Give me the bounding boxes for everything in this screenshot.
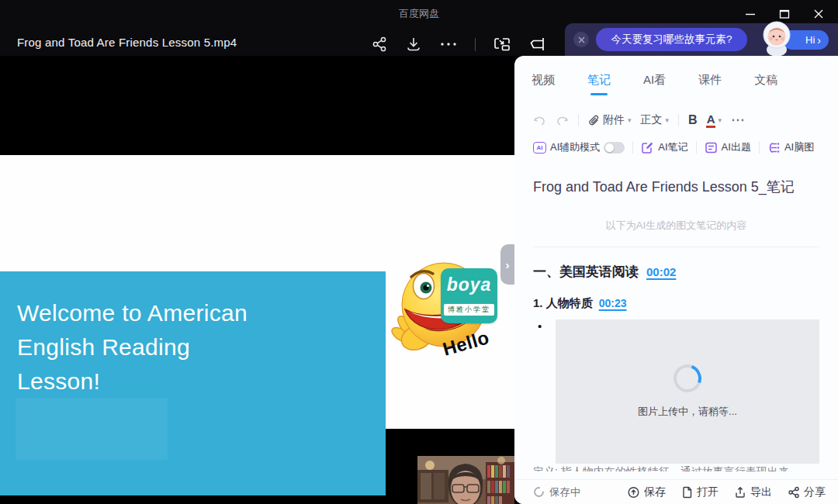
ai-note-icon bbox=[641, 141, 654, 154]
ai-quiz-icon bbox=[705, 141, 718, 154]
clipped-note-text: 定义: 指人物内在的性格特征，通过故事言行表现出来 bbox=[533, 464, 819, 471]
section-1-title: 一、美国英语阅读 bbox=[533, 263, 639, 281]
paperclip-icon bbox=[588, 115, 600, 126]
share-icon bbox=[788, 486, 800, 499]
toolbar-separator bbox=[678, 114, 679, 126]
toolbar-separator bbox=[578, 114, 579, 126]
tab-ai-watch[interactable]: AI看 bbox=[643, 73, 666, 95]
panel-footer: 保存中 保存 打开 bbox=[514, 479, 838, 504]
download-icon[interactable] bbox=[405, 36, 422, 53]
hi-label: Hi bbox=[805, 34, 815, 46]
caret-down-icon: ▾ bbox=[628, 116, 632, 124]
video-filename: Frog and Toad Are Friends Lesson 5.mp4 bbox=[17, 36, 237, 49]
bold-button[interactable]: B bbox=[688, 113, 698, 127]
timestamp-link[interactable]: 00:02 bbox=[646, 265, 676, 278]
more-tools-icon[interactable] bbox=[731, 115, 745, 126]
app-title: 百度网盘 bbox=[0, 7, 838, 21]
ai-quiz-button[interactable]: AI出题 bbox=[705, 140, 751, 154]
boya-logo-subtitle: 博雅小学堂 bbox=[448, 305, 490, 315]
assistant-close-icon[interactable] bbox=[573, 32, 589, 47]
ai-generated-hint: 以下为AI生成的图文笔记的内容 bbox=[514, 219, 838, 233]
paragraph-style-button[interactable]: 正文 ▾ bbox=[641, 113, 670, 127]
attachment-button[interactable]: 附件 ▾ bbox=[588, 113, 632, 127]
loading-spinner-icon bbox=[669, 360, 706, 397]
ai-badge-icon: AI bbox=[533, 142, 546, 154]
boya-logo: boya 博雅小学堂 bbox=[441, 268, 497, 323]
caret-down-icon: ▾ bbox=[666, 116, 670, 124]
section-heading-2: 1. 人物特质 00:23 bbox=[533, 296, 627, 311]
export-button[interactable]: 导出 bbox=[734, 485, 772, 499]
video-canvas[interactable]: Welcome to American English Reading Less… bbox=[0, 56, 514, 504]
redo-icon[interactable] bbox=[556, 114, 569, 126]
ai-note-button[interactable]: AI笔记 bbox=[641, 140, 687, 154]
ai-assist-toggle[interactable] bbox=[604, 142, 625, 154]
font-color-button[interactable]: A ▾ bbox=[707, 112, 722, 128]
slide-title-box: Welcome to American English Reading Less… bbox=[0, 271, 386, 495]
tab-video[interactable]: 视频 bbox=[532, 73, 555, 95]
toolbar-separator bbox=[696, 141, 697, 154]
ai-tools-row: AI AI辅助模式 AI笔记 AI出题 bbox=[533, 138, 814, 157]
assistant-suggestion-bubble[interactable]: 今天要复习哪些故事元素? bbox=[596, 28, 747, 51]
note-title[interactable]: Frog and Toad Are Friends Lesson 5_笔记 bbox=[533, 178, 795, 196]
chevron-right-icon: › bbox=[817, 35, 821, 46]
file-icon bbox=[681, 486, 693, 499]
slide-title: Welcome to American English Reading Less… bbox=[17, 296, 335, 399]
editor-toolbar: 附件 ▾ 正文 ▾ B A ▾ bbox=[533, 110, 745, 130]
notes-panel: 视频 笔记 AI看 课件 文稿 附件 ▾ bbox=[514, 56, 838, 504]
close-button[interactable] bbox=[807, 5, 830, 23]
mini-mode-icon[interactable] bbox=[528, 36, 547, 53]
export-icon bbox=[734, 486, 746, 499]
smiley-sticker: boya 博雅小学堂 Hello bbox=[390, 257, 498, 362]
picture-in-picture-icon[interactable] bbox=[493, 36, 511, 53]
share-button[interactable]: 分享 bbox=[788, 485, 826, 499]
more-options-icon[interactable] bbox=[439, 36, 458, 53]
toolbar-separator bbox=[632, 141, 633, 154]
save-button[interactable]: 保存 bbox=[627, 485, 666, 499]
ai-mindmap-icon bbox=[767, 141, 781, 154]
section-heading-1: 一、美国英语阅读 00:02 bbox=[533, 263, 676, 281]
timestamp-link[interactable]: 00:23 bbox=[599, 297, 627, 309]
assistant-avatar[interactable] bbox=[759, 19, 795, 57]
titlebar: 百度网盘 Frog and Toad Are Friends Lesson 5.… bbox=[0, 0, 838, 56]
caret-down-icon: ▾ bbox=[718, 116, 722, 124]
toolbar-separator bbox=[475, 38, 476, 51]
image-upload-placeholder: 图片上传中，请稍等... bbox=[556, 319, 819, 464]
slide-background: Welcome to American English Reading Less… bbox=[0, 155, 514, 429]
tab-courseware[interactable]: 课件 bbox=[698, 73, 722, 95]
boya-logo-strip: 博雅小学堂 bbox=[444, 304, 494, 316]
teacher-webcam bbox=[417, 456, 514, 504]
tab-notes[interactable]: 笔记 bbox=[587, 73, 611, 95]
content-divider bbox=[533, 247, 819, 247]
open-button[interactable]: 打开 bbox=[681, 485, 719, 499]
chevron-right-icon: › bbox=[506, 258, 510, 271]
toolbar-separator bbox=[759, 141, 760, 154]
list-bullet: • bbox=[538, 319, 542, 333]
assistant-area: 今天要复习哪些故事元素? Hi › bbox=[565, 23, 838, 56]
ai-assist-mode[interactable]: AI AI辅助模式 bbox=[533, 140, 625, 154]
panel-tabs: 视频 笔记 AI看 课件 文稿 bbox=[532, 73, 777, 95]
tab-transcript[interactable]: 文稿 bbox=[754, 73, 777, 95]
boya-logo-name: boya bbox=[441, 274, 497, 295]
upload-status-text: 图片上传中，请稍等... bbox=[638, 405, 737, 419]
section-2-title: 1. 人物特质 bbox=[533, 296, 593, 311]
app-window: 百度网盘 Frog and Toad Are Friends Lesson 5.… bbox=[0, 0, 838, 504]
saving-status: 保存中 bbox=[533, 485, 581, 499]
undo-icon[interactable] bbox=[533, 114, 546, 126]
share-icon[interactable] bbox=[371, 36, 388, 53]
ai-mindmap-button[interactable]: AI脑图 bbox=[767, 140, 814, 154]
panel-collapse-handle[interactable]: › bbox=[500, 244, 514, 285]
slide-subtitle-placeholder bbox=[16, 398, 168, 460]
saving-spinner-icon bbox=[533, 486, 545, 498]
cloud-save-icon bbox=[627, 486, 640, 499]
